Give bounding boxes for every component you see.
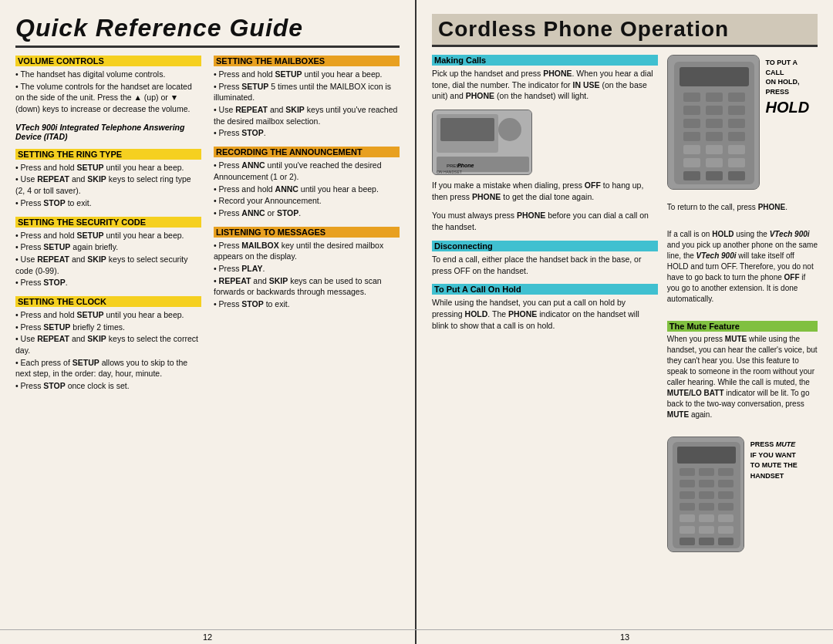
left-page-title: Quick Reference Guide (15, 14, 400, 48)
svg-rect-48 (680, 514, 695, 522)
phone-base-svg: PRESS Phone ON HANDSET FOR MAKING CALL (433, 110, 532, 175)
return-call-section: To return to the call, press PHONE. (667, 202, 818, 214)
svg-rect-49 (699, 514, 714, 522)
mute-feature-title: The Mute Feature (667, 321, 818, 332)
listening-item-3: REPEAT and SKIP keys can be used to scan… (214, 275, 400, 298)
left-column: VOLUME CONTROLS The handset has digital … (15, 56, 201, 400)
volume-controls-section: VOLUME CONTROLS The handset has digital … (15, 56, 201, 115)
ring-type-section: SETTING THE RING TYPE Press and hold SET… (15, 149, 201, 209)
dialing-error-section: If you make a mistake when dialing, pres… (432, 180, 658, 202)
mailbox-item-1: Press and hold SETUP until you hear a be… (214, 69, 400, 80)
svg-rect-14 (728, 93, 745, 102)
security-code-title: SETTING THE SECURITY CODE (15, 217, 201, 228)
svg-rect-52 (699, 526, 714, 534)
recording-item-2: Press and hold ANNC until you hear a bee… (214, 184, 400, 195)
svg-rect-47 (718, 503, 734, 511)
hold-explanation-text: If a call is on HOLD using the VTech 900… (667, 229, 818, 305)
svg-rect-22 (706, 132, 723, 141)
volume-item-1: The handset has digital volume controls. (15, 69, 201, 80)
listening-title: LISTENING TO MESSAGES (214, 227, 400, 238)
hold-explanation-section: If a call is on HOLD using the VTech 900… (667, 229, 818, 305)
disconnecting-title: Disconnecting (432, 241, 658, 251)
svg-rect-18 (683, 119, 700, 128)
svg-rect-46 (699, 503, 714, 511)
svg-rect-30 (683, 171, 700, 180)
svg-rect-2 (440, 118, 494, 141)
svg-rect-19 (706, 119, 723, 128)
svg-rect-23 (728, 132, 745, 141)
making-calls-section: Making Calls Pick up the handset and pre… (432, 55, 658, 102)
ring-item-3: Press STOP to exit. (15, 197, 201, 209)
svg-rect-44 (718, 491, 734, 499)
mute-feature-section: The Mute Feature When you press MUTE whi… (667, 321, 818, 421)
recording-title: RECORDING THE ANNOUNCEMENT (214, 147, 400, 157)
svg-rect-32 (728, 171, 745, 180)
clock-title: SETTING THE CLOCK (15, 296, 201, 307)
clock-item-4: Each press of SETUP allows you to skip t… (15, 357, 201, 379)
svg-rect-51 (680, 526, 695, 534)
listening-item-1: Press MAILBOX key until the desired mail… (214, 240, 400, 262)
volume-item-2: The volume controls for the handset are … (15, 81, 201, 115)
listening-item-2: Press PLAY. (214, 263, 400, 275)
mute-phone-image (667, 437, 744, 552)
svg-rect-17 (728, 106, 745, 115)
security-item-2: Press SETUP again briefly. (15, 241, 201, 253)
must-press-text: You must always press PHONE before you c… (432, 210, 658, 232)
phone-base-image: PRESS Phone ON HANDSET FOR MAKING CALL (432, 110, 532, 175)
svg-rect-12 (683, 93, 700, 102)
svg-rect-21 (683, 132, 700, 141)
svg-rect-27 (683, 158, 700, 167)
security-code-section: SETTING THE SECURITY CODE Press and hold… (15, 217, 201, 288)
svg-rect-35 (677, 447, 736, 464)
svg-rect-55 (699, 538, 714, 545)
right-page-title: Cordless Phone Operation (432, 14, 818, 47)
call-on-hold-section: To Put A Call On Hold While using the ha… (432, 284, 658, 331)
svg-rect-11 (680, 67, 749, 86)
mailbox-item-4: Press STOP. (214, 127, 400, 139)
dialing-error-text: If you make a mistake when dialing, pres… (432, 180, 658, 202)
mailbox-item-3: Use REPEAT and SKIP keys until you've re… (214, 104, 400, 126)
ring-item-2: Use REPEAT and SKIP keys to select ring … (15, 174, 201, 196)
right-page: Cordless Phone Operation Making Calls Pi… (416, 0, 833, 629)
svg-rect-40 (699, 480, 714, 487)
call-on-hold-title: To Put A Call On Hold (432, 284, 658, 295)
svg-text:FOR MAKING CALL: FOR MAKING CALL (437, 174, 472, 175)
svg-rect-42 (680, 491, 695, 499)
recording-item-3: Record your Announcement. (214, 195, 400, 207)
svg-rect-25 (706, 145, 723, 154)
call-on-hold-text: While using the handset, you can put a c… (432, 297, 658, 331)
security-item-1: Press and hold SETUP until you hear a be… (15, 230, 201, 241)
svg-rect-53 (718, 526, 734, 534)
mute-phone-svg (668, 437, 744, 552)
right-sidebar: TO PUT A CALLON HOLD,PRESS HOLD To retur… (667, 55, 818, 552)
hold-instruction-text: TO PUT A CALLON HOLD,PRESS HOLD (766, 55, 818, 118)
svg-rect-38 (718, 468, 734, 476)
hold-phone-image (667, 55, 760, 190)
clock-item-2: Press SETUP briefly 2 times. (15, 322, 201, 333)
svg-rect-20 (728, 119, 745, 128)
hold-phone-svg (668, 56, 760, 190)
svg-rect-31 (706, 171, 723, 180)
vtech-info-text: VTech 900i Integrated Telephone Answerin… (15, 123, 184, 141)
hold-phone-container: TO PUT A CALLON HOLD,PRESS HOLD (667, 55, 818, 190)
svg-rect-36 (680, 468, 695, 476)
svg-rect-39 (680, 480, 695, 487)
svg-rect-28 (706, 158, 723, 167)
svg-rect-37 (699, 468, 714, 476)
recording-item-4: Press ANNC or STOP. (214, 207, 400, 219)
clock-item-5: Press STOP once clock is set. (15, 380, 201, 392)
security-item-3: Use REPEAT and SKIP keys to select secur… (15, 254, 201, 276)
disconnecting-section: Disconnecting To end a call, either plac… (432, 241, 658, 276)
svg-rect-50 (718, 514, 734, 522)
svg-point-3 (498, 118, 521, 141)
mailbox-item-2: Press SETUP 5 times until the MAILBOX ic… (214, 81, 400, 103)
recording-section: RECORDING THE ANNOUNCEMENT Press ANNC un… (214, 147, 400, 218)
left-page-number: 12 (0, 630, 416, 644)
security-item-4: Press STOP. (15, 277, 201, 288)
mailboxes-section: SETTING THE MAILBOXES Press and hold SET… (214, 56, 400, 139)
svg-rect-24 (683, 145, 700, 154)
disconnecting-text: To end a call, either place the handset … (432, 254, 658, 276)
clock-item-1: Press and hold SETUP until you hear a be… (15, 309, 201, 321)
right-main-content: Making Calls Pick up the handset and pre… (432, 55, 658, 552)
making-calls-title: Making Calls (432, 55, 658, 66)
